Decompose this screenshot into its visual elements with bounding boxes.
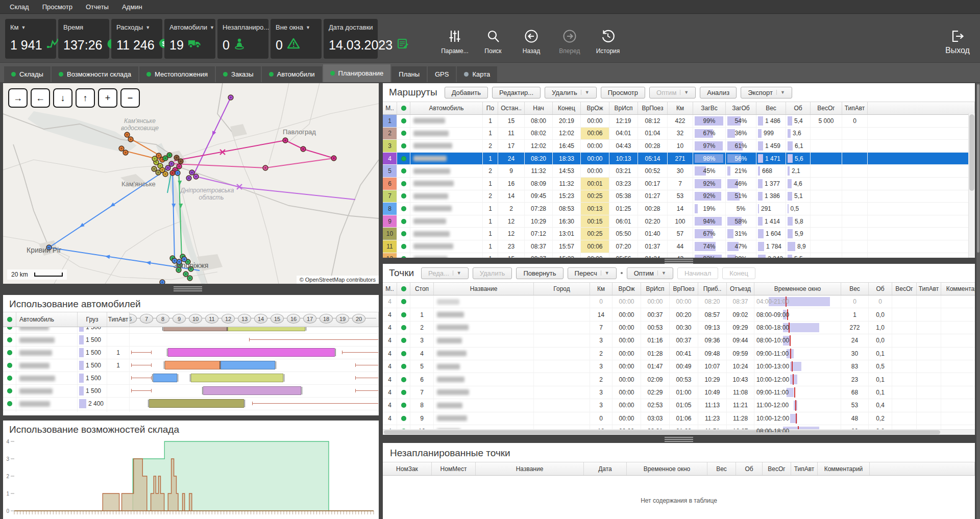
routes-vertical-scrollbar[interactable] xyxy=(968,113,975,258)
points-button-3[interactable]: Пересч▼ xyxy=(568,267,617,279)
routes-table-row[interactable]: 1211509:2715:3300:0005:5601:244393%39%2 … xyxy=(383,253,975,258)
tab-2[interactable]: Местоположения xyxy=(139,66,215,82)
points-table-row[interactable]: 45300:0001:4700:4910:0710:2410:00-13:008… xyxy=(383,360,975,373)
window-vertical-scrollbar[interactable] xyxy=(976,83,980,519)
stat-tile-label: Расходы▼ xyxy=(116,23,157,31)
menu-item-1[interactable]: Просмотр xyxy=(36,0,79,14)
map-splitter-handle[interactable] xyxy=(174,286,202,291)
map-nav-button-3[interactable]: ↑ xyxy=(76,88,95,108)
point-name-blurred xyxy=(434,295,534,308)
points-table-row[interactable]: 44200:0001:2800:4109:4809:5909:00-11:003… xyxy=(383,348,975,360)
vehicles-header-cell: Груз xyxy=(78,312,107,327)
route-number-badge: 8 xyxy=(383,203,397,215)
stat-tile-6[interactable]: Дата доставки14.03.2023 xyxy=(324,19,378,59)
routes-table-row[interactable]: 52911:3214:5300:0003:2100:523045%21%6682… xyxy=(383,165,975,178)
vehicle-gantt-row[interactable]: 1 500 xyxy=(3,327,379,334)
routes-table-row[interactable]: 1112308:3715:5700:0607:2001:374474%47%1 … xyxy=(383,240,975,253)
points-table-row[interactable]: 42700:0000:5300:3009:1309:2908:00-18:002… xyxy=(383,322,975,334)
map-nav-button-0[interactable]: → xyxy=(8,88,28,108)
points-button-6[interactable]: Конец xyxy=(722,267,755,279)
routes-button-label: Добавить xyxy=(452,89,481,96)
routes-splitter-handle[interactable] xyxy=(665,259,693,264)
points-button-2[interactable]: Повернуть xyxy=(516,267,563,279)
tab-7[interactable]: GPS xyxy=(428,66,456,82)
points-horizontal-scrollbar[interactable] xyxy=(383,429,975,435)
gantt-lane xyxy=(130,410,379,412)
vehicle-gantt-row[interactable]: 1 5001 xyxy=(3,347,379,359)
routes-button-1[interactable]: Редактир... xyxy=(492,87,541,98)
wait-time-cell: 00:15 xyxy=(581,215,609,228)
routes-table-row[interactable]: 721409:4515:2300:2505:3801:275392%51%1 3… xyxy=(383,190,975,203)
weight-cell: 1 377 xyxy=(756,178,786,190)
vehicle-gantt-row[interactable]: 2 400 xyxy=(3,410,379,412)
points-splitter-handle[interactable] xyxy=(665,437,693,442)
map[interactable]: →←↓↑+− 20 km © OpenStreetMap contributor… xyxy=(3,83,379,284)
tab-status-dot xyxy=(11,72,16,77)
tab-4[interactable]: Автомобили xyxy=(262,66,322,82)
load-percent-cell: 47% xyxy=(726,240,756,253)
timeline-hour-badge: 10 xyxy=(189,314,202,324)
map-nav-button-5[interactable]: − xyxy=(120,88,140,108)
routes-button-6[interactable]: Экспорт▼ xyxy=(741,87,792,98)
menu-item-3[interactable]: Админ xyxy=(115,0,149,14)
points-table-row[interactable]: 49000:0003:0301:0611:2311:2810:00-12:004… xyxy=(383,412,975,425)
stat-tile-4[interactable]: Незапланиро...▼0 xyxy=(217,19,268,59)
time-window-cell: 10:00-12:00 xyxy=(754,412,841,425)
tab-3[interactable]: Заказы xyxy=(216,66,260,82)
routes-button-2[interactable]: Удалить▼ xyxy=(545,87,597,98)
vehicle-gantt-row[interactable]: 1 5001 xyxy=(3,359,379,372)
points-table-row[interactable]: 47300:0002:2901:0010:4911:0809:00-11:006… xyxy=(383,386,975,399)
routes-table-row[interactable]: 111508:0020:1900:0012:1908:1242299%54%1 … xyxy=(383,115,975,128)
vehicle-gantt-row[interactable]: 2 400 xyxy=(3,398,379,410)
toolbar-button-4[interactable]: История xyxy=(592,29,624,55)
routes-table-row[interactable]: 321712:0216:4500:0004:4300:281097%61%1 4… xyxy=(383,140,975,153)
tab-8[interactable]: Карта xyxy=(457,66,497,82)
routes-button-0[interactable]: Добавить xyxy=(445,87,488,98)
points-button-5[interactable]: Начинал xyxy=(677,267,718,279)
tab-0[interactable]: Склады xyxy=(4,66,51,82)
volume-cell: 8,9 xyxy=(786,240,811,253)
tab-5[interactable]: Планирование xyxy=(323,64,391,82)
toolbar-button-label: Назад xyxy=(516,47,547,55)
points-table-row[interactable]: 43300:0001:1600:3709:3609:4408:00-10:002… xyxy=(383,334,975,347)
wait-time-cell: 00:00 xyxy=(581,253,609,258)
routes-button-3[interactable]: Просмотр xyxy=(601,87,645,98)
map-nav-button-1[interactable]: ← xyxy=(31,88,50,108)
map-nav-button-4[interactable]: + xyxy=(98,88,117,108)
routes-table-row[interactable]: 81207:2808:5300:1301:2500:281419%5%2910,… xyxy=(383,203,975,215)
gantt-route-bar xyxy=(153,374,177,382)
points-button-4[interactable]: Оптим▼ xyxy=(627,267,673,279)
points-table-row[interactable]: 48300:0002:5301:0511:1311:2111:00-12:005… xyxy=(383,399,975,412)
stat-tile-5[interactable]: Вне окна▼0 xyxy=(271,19,322,59)
map-nav-button-2[interactable]: ↓ xyxy=(53,88,72,108)
stat-tile-1[interactable]: Время137:26 xyxy=(58,19,109,59)
points-table-row[interactable]: 411400:0000:3700:2008:5709:0208:00-09:00… xyxy=(383,308,975,321)
exit-button[interactable]: Выход xyxy=(942,29,973,55)
wait-time-cell: 00:00 xyxy=(581,115,609,127)
routes-table-row[interactable]: 911210:2916:3000:1506:0102:2010094%58%1 … xyxy=(383,215,975,228)
routes-table-row[interactable]: 1011207:1213:0100:2505:5001:405767%31%1 … xyxy=(383,228,975,240)
separator-dot xyxy=(621,272,623,274)
routes-button-5[interactable]: Анализ xyxy=(700,87,737,98)
points-table-row[interactable]: 46200:0002:0900:5310:2910:4310:00-12:002… xyxy=(383,373,975,386)
stat-tile-0[interactable]: Км▼1 941 xyxy=(5,19,56,59)
menu-item-2[interactable]: Отчеты xyxy=(79,0,115,14)
tab-1[interactable]: Возможности склада xyxy=(52,66,138,82)
stat-tile-2[interactable]: Расходы▼11 246$ xyxy=(111,19,162,59)
vehicle-gantt-row[interactable]: 1 500 xyxy=(3,372,379,385)
stat-tile-3[interactable]: Автомобили▼19 xyxy=(164,19,215,59)
routes-table-row[interactable]: 412408:2018:3300:0010:1305:1427198%56%1 … xyxy=(383,153,975,165)
vehicle-gantt-row[interactable]: 1 500 xyxy=(3,334,379,347)
toolbar-button-0[interactable]: Параме... xyxy=(439,29,471,55)
tab-6[interactable]: Планы xyxy=(391,66,427,82)
routes-table-row[interactable]: 611608:0911:3200:0103:2300:17792%46%1 37… xyxy=(383,178,975,190)
gantt-idle-line xyxy=(131,390,151,391)
points-table-row[interactable]: 4000:0000:0000:0008:2008:3704:00-21:0000 xyxy=(383,295,975,308)
vehicle-gantt-row[interactable]: 1 500 xyxy=(3,385,379,398)
toolbar-button-1[interactable]: Поиск xyxy=(477,29,509,55)
toolbar-button-2[interactable]: Назад xyxy=(516,29,547,55)
routes-table-row[interactable]: 211108:0212:0200:0604:0101:043267%36%999… xyxy=(383,128,975,140)
menu-item-0[interactable]: Склад xyxy=(3,0,36,14)
wait-time-cell: 00:06 xyxy=(581,128,609,140)
wait-time-cell: 00:01 xyxy=(581,178,609,190)
